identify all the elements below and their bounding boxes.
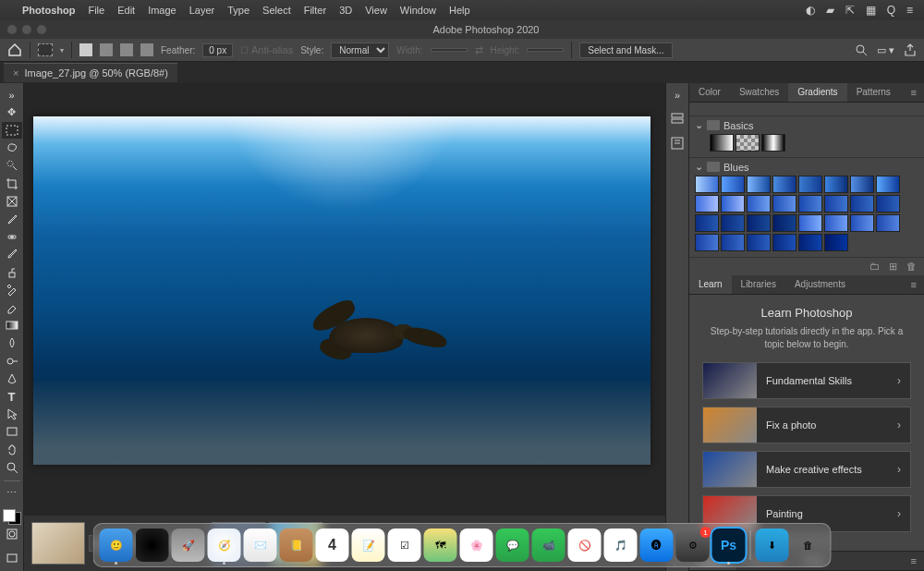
quick-mask-icon[interactable] (2, 527, 22, 542)
menu-file[interactable]: File (88, 5, 104, 16)
workspace-icon[interactable]: ▭ ▾ (877, 44, 894, 56)
selection-intersect-icon[interactable] (140, 43, 153, 56)
learn-item[interactable]: Fix a photo› (702, 407, 911, 443)
healing-tool[interactable] (2, 229, 22, 245)
lasso-tool[interactable] (2, 140, 22, 156)
feather-input[interactable]: 0 px (202, 43, 233, 57)
gradient-swatch[interactable] (695, 195, 719, 213)
gradient-swatch[interactable] (761, 134, 785, 152)
folder-new-icon[interactable]: 🗀 (869, 261, 880, 273)
gradient-swatch[interactable] (721, 234, 745, 251)
home-icon[interactable] (7, 43, 22, 57)
gradient-swatch[interactable] (772, 195, 796, 213)
window-close[interactable] (7, 25, 17, 34)
pen-tool[interactable] (2, 371, 22, 386)
tab-swatches[interactable]: Swatches (730, 83, 788, 102)
menu-select[interactable]: Select (262, 5, 291, 16)
brush-tool[interactable] (2, 247, 22, 262)
gradient-swatch[interactable] (850, 195, 874, 213)
gradient-group-header[interactable]: ⌄ Basics (689, 116, 924, 134)
gradient-swatch[interactable] (876, 195, 900, 213)
gradient-tool[interactable] (2, 318, 22, 334)
menu-window[interactable]: Window (400, 5, 436, 16)
panel-menu-icon[interactable]: ≡ (907, 552, 920, 570)
menu-layer[interactable]: Layer (189, 5, 215, 16)
gradient-swatch[interactable] (798, 176, 822, 193)
safari-icon[interactable]: 🧭 (208, 528, 241, 562)
gradient-swatch[interactable] (721, 176, 745, 193)
collapse-panels-icon[interactable]: » (669, 87, 686, 103)
properties-panel-icon[interactable] (669, 135, 686, 152)
search-icon[interactable]: Q (887, 4, 895, 17)
dodge-tool[interactable] (2, 353, 22, 369)
gradient-swatch[interactable] (798, 195, 822, 213)
gradient-swatch[interactable] (695, 176, 719, 193)
eraser-tool[interactable] (2, 299, 22, 315)
style-select[interactable]: Normal (331, 43, 389, 58)
gradient-swatch[interactable] (747, 195, 771, 213)
gradient-swatch[interactable] (695, 214, 719, 232)
finder-icon[interactable]: 🙂 (100, 528, 133, 562)
gradient-group-header[interactable]: ⌄ Blues (689, 158, 924, 176)
tab-libraries[interactable]: Libraries (732, 275, 785, 294)
hand-tool[interactable] (2, 442, 22, 457)
photoshop-icon[interactable]: Ps (712, 528, 746, 562)
menu-edit[interactable]: Edit (117, 5, 135, 16)
trash-icon[interactable]: 🗑 (792, 528, 825, 562)
gradient-swatch[interactable] (747, 214, 771, 232)
gradient-swatch[interactable] (710, 134, 734, 152)
history-panel-icon[interactable] (669, 111, 686, 128)
music-icon[interactable]: 🎵 (604, 528, 638, 562)
selection-new-icon[interactable] (79, 43, 92, 56)
history-brush-tool[interactable] (2, 282, 22, 298)
menu-3d[interactable]: 3D (339, 5, 352, 16)
news-icon[interactable]: 🚫 (568, 528, 602, 562)
window-minimize[interactable] (22, 25, 31, 34)
zoom-tool[interactable] (2, 459, 22, 475)
menu-filter[interactable]: Filter (304, 5, 326, 16)
notification-icon[interactable]: ▰ (826, 4, 834, 17)
arrange-icon[interactable]: ⇱ (845, 4, 855, 17)
downloads-icon[interactable]: ⬇ (756, 528, 789, 562)
menu-help[interactable]: Help (449, 5, 470, 16)
path-select-tool[interactable] (2, 407, 22, 422)
gradient-swatch[interactable] (824, 195, 848, 213)
panel-menu-icon[interactable]: ≡ (907, 83, 920, 102)
settings-icon[interactable]: ⚙1 (676, 528, 710, 562)
gradient-swatch[interactable] (850, 176, 874, 193)
canvas-area[interactable]: 1640 px × 1190 px (72 ppi) › (24, 83, 665, 571)
color-swatch[interactable] (3, 509, 21, 525)
frame-tool[interactable] (2, 193, 22, 209)
gradient-swatch[interactable] (798, 214, 822, 232)
gradient-swatch[interactable] (850, 214, 874, 232)
tab-learn[interactable]: Learn (689, 275, 732, 294)
notes-icon[interactable]: 📝 (352, 528, 385, 562)
marquee-preset-icon[interactable] (38, 43, 53, 56)
facetime-icon[interactable]: 📹 (532, 528, 565, 562)
clone-tool[interactable] (2, 264, 22, 280)
gradient-swatch[interactable] (772, 176, 796, 193)
tab-gradients[interactable]: Gradients (788, 83, 846, 102)
open-file-thumb[interactable] (31, 522, 85, 565)
tab-patterns[interactable]: Patterns (847, 83, 900, 102)
launchpad-icon[interactable]: 🚀 (172, 528, 205, 562)
ellipsis-icon[interactable]: ⋯ (2, 485, 22, 501)
gradient-swatch[interactable] (736, 134, 760, 152)
mail-icon[interactable]: ✉️ (244, 528, 277, 562)
siri-icon[interactable]: ◉ (136, 528, 169, 562)
marquee-tool[interactable] (2, 122, 22, 138)
document-tab[interactable]: × Image_27.jpg @ 50% (RGB/8#) (4, 63, 177, 82)
maps-icon[interactable]: 🗺 (424, 528, 457, 562)
rectangle-tool[interactable] (2, 424, 22, 440)
blur-tool[interactable] (2, 335, 22, 351)
gradient-swatch[interactable] (772, 234, 796, 251)
reminders-icon[interactable]: ☑ (388, 528, 421, 562)
new-layer-icon[interactable]: ⊞ (889, 261, 897, 273)
learn-item[interactable]: Make creative effects› (702, 451, 911, 488)
cloud-sync-icon[interactable]: ◐ (806, 4, 815, 17)
gradient-swatch[interactable] (824, 214, 848, 232)
gradient-swatch[interactable] (772, 214, 796, 232)
gradient-swatch[interactable] (721, 214, 745, 232)
share-icon[interactable] (904, 43, 917, 56)
gradient-swatch[interactable] (824, 234, 848, 251)
